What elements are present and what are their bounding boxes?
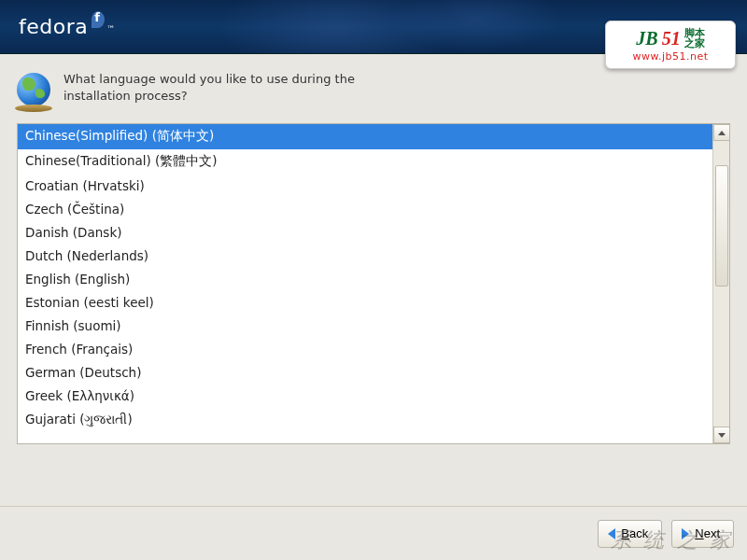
fedora-logo: fedora ™ xyxy=(19,15,116,38)
trademark-symbol: ™ xyxy=(106,24,116,34)
list-item[interactable]: French (Français) xyxy=(18,338,712,361)
scroll-up-button[interactable] xyxy=(713,124,730,141)
globe-icon xyxy=(17,73,50,106)
scrollbar-vertical[interactable] xyxy=(712,124,729,443)
scroll-down-button[interactable] xyxy=(713,427,730,443)
list-item[interactable]: Dutch (Nederlands) xyxy=(18,245,712,268)
language-list-container: Catalan (Català)Chinese(Simplified) (简体中… xyxy=(17,123,730,444)
badge-cn: 脚本之家 xyxy=(684,28,705,49)
content-area: What language would you like to use duri… xyxy=(0,54,747,444)
arrow-right-icon xyxy=(682,528,689,539)
list-item[interactable]: Finnish (suomi) xyxy=(18,315,712,338)
prompt-line1: What language would you like to use duri… xyxy=(63,72,355,86)
badge-brand-left: JB xyxy=(636,28,657,49)
fedora-infinity-icon xyxy=(92,11,105,28)
list-item[interactable]: Chinese(Traditional) (繁體中文) xyxy=(18,149,712,175)
list-item[interactable]: German (Deutsch) xyxy=(18,361,712,385)
badge-brand-right: 51 xyxy=(662,28,681,49)
language-listbox[interactable]: Catalan (Català)Chinese(Simplified) (简体中… xyxy=(17,123,730,444)
back-button[interactable]: Back xyxy=(598,520,662,548)
prompt-line2: installation process? xyxy=(63,89,188,103)
back-label: Back xyxy=(621,526,648,540)
next-label: Next xyxy=(695,526,720,540)
scroll-thumb[interactable] xyxy=(715,165,728,287)
next-button[interactable]: Next xyxy=(671,520,734,548)
fedora-logo-text: fedora xyxy=(19,15,88,38)
list-item[interactable]: Gujarati (ગુજરાતી) xyxy=(18,408,712,432)
arrow-left-icon xyxy=(608,528,615,539)
list-item[interactable]: Chinese(Simplified) (简体中文) xyxy=(18,124,712,149)
installer-header: fedora ™ JB51 脚本之家 www.jb51.net xyxy=(0,0,747,54)
list-item[interactable]: Greek (Ελληνικά) xyxy=(18,385,712,408)
prompt-row: What language would you like to use duri… xyxy=(17,71,730,106)
list-item[interactable]: Croatian (Hrvatski) xyxy=(18,175,712,198)
footer-nav: Back Next xyxy=(0,506,747,560)
badge-url: www.jb51.net xyxy=(632,50,708,63)
list-item[interactable]: English (English) xyxy=(18,268,712,291)
jb51-watermark-badge: JB51 脚本之家 www.jb51.net xyxy=(605,21,736,69)
list-item[interactable]: Estonian (eesti keel) xyxy=(18,291,712,315)
prompt-text: What language would you like to use duri… xyxy=(63,71,355,105)
list-item[interactable]: Czech (Čeština) xyxy=(18,198,712,221)
list-item[interactable]: Danish (Dansk) xyxy=(18,221,712,245)
